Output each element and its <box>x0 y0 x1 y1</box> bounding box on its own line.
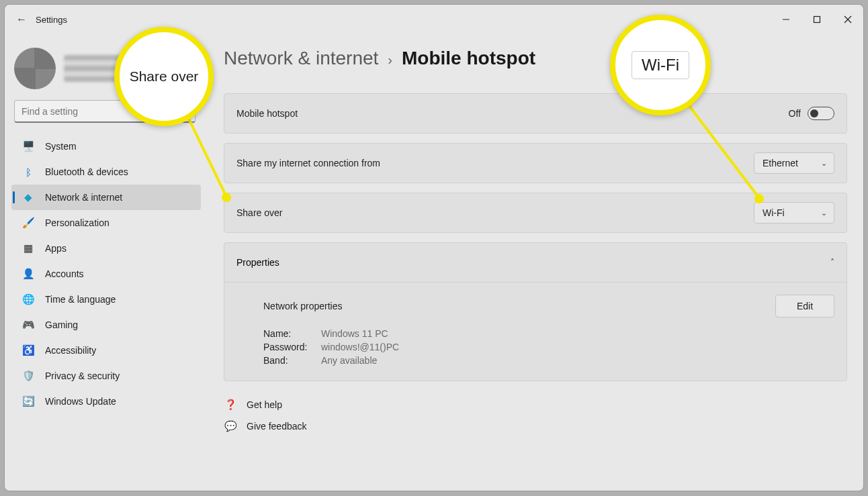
main-content: Network & internet › Mobile hotspot Mobi… <box>206 34 863 491</box>
nav-icon: 👤 <box>21 266 36 281</box>
footer-links: ❓ Get help 💬 Give feedback <box>224 399 847 432</box>
app-title: Settings <box>36 15 67 25</box>
nav-label: Bluetooth & devices <box>45 166 128 177</box>
sidebar: 🔍 🖥️SystemᛒBluetooth & devices◆Network &… <box>5 34 206 491</box>
close-button[interactable] <box>832 9 863 30</box>
settings-window: ← Settings 🔍 🖥️SystemᛒBluetooth & device… <box>4 4 864 491</box>
give-feedback-link[interactable]: 💬 Give feedback <box>224 420 847 432</box>
minimize-button[interactable] <box>771 9 801 30</box>
titlebar: ← Settings <box>5 5 863 34</box>
nav-label: Accessibility <box>45 345 96 356</box>
nav-label: Windows Update <box>45 396 116 407</box>
nav-icon: 🖌️ <box>21 215 36 230</box>
nav-label: Network & internet <box>45 192 122 203</box>
nav-icon: 🖥️ <box>21 139 36 154</box>
share-over-dropdown[interactable]: Wi-Fi ⌄ <box>754 202 834 224</box>
card-properties: Properties ˄ Network properties Edit Nam… <box>224 242 847 381</box>
dropdown-value: Ethernet <box>763 158 798 168</box>
sidebar-item-time-language[interactable]: 🌐Time & language <box>11 287 201 312</box>
sidebar-item-apps[interactable]: ▦Apps <box>11 236 201 261</box>
breadcrumb-parent[interactable]: Network & internet <box>224 48 378 69</box>
breadcrumb: Network & internet › Mobile hotspot <box>224 48 847 69</box>
search-box[interactable]: 🔍 <box>14 100 196 123</box>
properties-header-label: Properties <box>236 257 279 268</box>
search-icon: 🔍 <box>177 106 188 117</box>
chevron-down-icon: ⌄ <box>821 209 827 217</box>
nav-label: Time & language <box>45 294 116 305</box>
nav-label: Gaming <box>45 319 78 330</box>
nav-label: System <box>45 141 77 152</box>
chevron-up-icon: ˄ <box>830 258 834 267</box>
card-label: Share my internet connection from <box>236 158 754 168</box>
nav-label: Privacy & security <box>45 370 120 381</box>
prop-password-key: Password: <box>263 342 321 352</box>
nav-icon: ▦ <box>21 241 36 256</box>
back-button[interactable]: ← <box>11 9 32 30</box>
sidebar-item-privacy-security[interactable]: 🛡️Privacy & security <box>11 363 201 389</box>
card-label: Share over <box>236 207 754 218</box>
feedback-icon: 💬 <box>224 420 237 432</box>
card-label: Mobile hotspot <box>236 108 789 119</box>
nav-list: 🖥️SystemᛒBluetooth & devices◆Network & i… <box>11 134 201 414</box>
link-label: Give feedback <box>247 421 307 432</box>
sidebar-item-personalization[interactable]: 🖌️Personalization <box>11 210 201 236</box>
edit-button[interactable]: Edit <box>775 295 834 317</box>
nav-icon: ♿ <box>21 343 36 358</box>
user-name-blurred <box>64 55 158 82</box>
nav-label: Apps <box>45 243 67 254</box>
properties-header[interactable]: Properties ˄ <box>224 243 847 282</box>
breadcrumb-current: Mobile hotspot <box>402 48 535 69</box>
sidebar-item-system[interactable]: 🖥️System <box>11 134 201 159</box>
nav-icon: 🔄 <box>21 394 36 409</box>
svg-rect-1 <box>814 17 820 23</box>
nav-icon: 🛡️ <box>21 368 36 383</box>
sidebar-item-accessibility[interactable]: ♿Accessibility <box>11 338 201 363</box>
avatar <box>14 48 56 89</box>
nav-icon: 🎮 <box>21 317 36 332</box>
sidebar-item-bluetooth-devices[interactable]: ᛒBluetooth & devices <box>11 159 201 185</box>
help-icon: ❓ <box>224 399 237 411</box>
prop-password-value: windows!@11()PC <box>321 342 834 352</box>
prop-band-value: Any available <box>321 355 834 366</box>
chevron-right-icon: › <box>388 52 392 68</box>
card-mobile-hotspot[interactable]: Mobile hotspot Off <box>224 93 847 134</box>
maximize-button[interactable] <box>801 9 832 30</box>
nav-icon: ◆ <box>21 190 36 205</box>
prop-band-key: Band: <box>263 355 321 366</box>
nav-label: Accounts <box>45 268 84 279</box>
properties-table: Name: Windows 11 PC Password: windows!@1… <box>263 328 834 366</box>
chevron-down-icon: ⌄ <box>821 159 827 168</box>
card-share-over: Share over Wi-Fi ⌄ <box>224 193 847 233</box>
sidebar-item-network-internet[interactable]: ◆Network & internet <box>11 185 201 210</box>
sidebar-item-accounts[interactable]: 👤Accounts <box>11 261 201 287</box>
link-label: Get help <box>247 399 282 410</box>
dropdown-value: Wi-Fi <box>763 207 785 218</box>
share-from-dropdown[interactable]: Ethernet ⌄ <box>754 152 834 174</box>
card-share-from: Share my internet connection from Ethern… <box>224 143 847 183</box>
prop-name-value: Windows 11 PC <box>321 328 834 339</box>
hotspot-toggle[interactable] <box>808 107 834 120</box>
window-controls <box>771 9 863 30</box>
get-help-link[interactable]: ❓ Get help <box>224 399 847 411</box>
toggle-state-text: Off <box>789 108 801 119</box>
search-input[interactable] <box>21 106 173 117</box>
arrow-left-icon: ← <box>16 13 27 26</box>
nav-icon: ᛒ <box>21 164 36 179</box>
user-row[interactable] <box>11 45 201 97</box>
sidebar-item-windows-update[interactable]: 🔄Windows Update <box>11 389 201 414</box>
prop-name-key: Name: <box>263 328 321 339</box>
sidebar-item-gaming[interactable]: 🎮Gaming <box>11 312 201 338</box>
network-properties-title: Network properties <box>263 301 343 311</box>
nav-label: Personalization <box>45 217 110 228</box>
nav-icon: 🌐 <box>21 292 36 307</box>
